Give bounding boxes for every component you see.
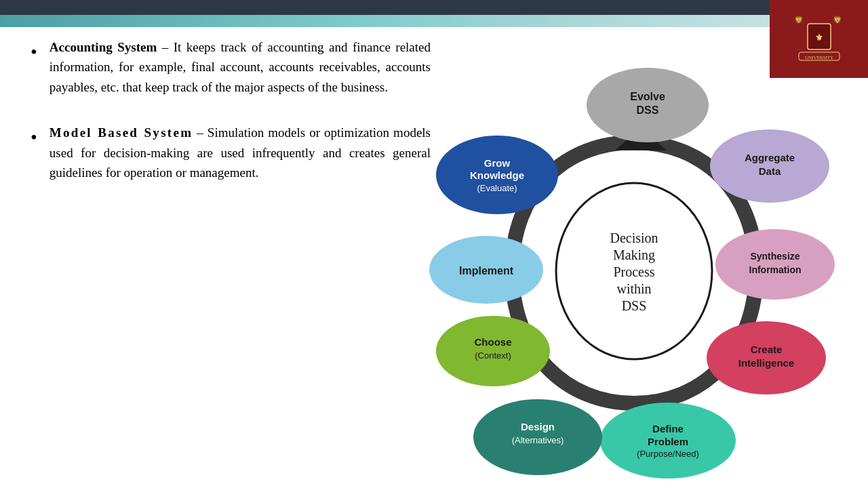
svg-text:DSS: DSS: [622, 298, 647, 313]
svg-text:🦁: 🦁: [833, 15, 842, 24]
svg-text:Implement: Implement: [459, 265, 514, 277]
svg-text:Problem: Problem: [648, 436, 688, 447]
svg-text:(Evaluate): (Evaluate): [477, 183, 517, 193]
svg-text:Information: Information: [749, 264, 802, 275]
svg-text:Intelligence: Intelligence: [738, 357, 795, 369]
svg-text:Grow: Grow: [484, 157, 511, 169]
svg-text:Making: Making: [613, 247, 655, 263]
svg-text:Define: Define: [652, 423, 684, 434]
svg-text:(Purpose/Need): (Purpose/Need): [637, 449, 699, 459]
left-content: • Accounting System – It keeps track of …: [31, 37, 431, 209]
bullet-dot-1: •: [31, 39, 37, 65]
diagram-area: Decision Making Process within DSS Evolv…: [420, 34, 848, 481]
svg-text:UNIVERSITY: UNIVERSITY: [805, 55, 833, 60]
bullet-text-model: Model Based System – Simulation models o…: [50, 123, 431, 182]
logo-area: 🦁 🦁 ⚜ UNIVERSITY: [770, 0, 868, 78]
svg-text:Design: Design: [521, 421, 555, 432]
bullet-item-model: • Model Based System – Simulation models…: [31, 123, 431, 182]
university-logo: 🦁 🦁 ⚜ UNIVERSITY: [789, 9, 850, 70]
bullet-dot-2: •: [31, 124, 37, 150]
svg-text:(Alternatives): (Alternatives): [512, 435, 564, 445]
svg-text:⚜: ⚜: [815, 33, 823, 43]
svg-text:within: within: [616, 281, 651, 296]
svg-text:Aggregate: Aggregate: [745, 152, 795, 163]
svg-text:Data: Data: [759, 165, 781, 177]
dash-1: –: [157, 40, 173, 54]
svg-text:Decision: Decision: [610, 230, 658, 245]
svg-text:🦁: 🦁: [794, 15, 804, 24]
svg-text:DSS: DSS: [637, 104, 659, 116]
top-bar: [0, 0, 868, 15]
teal-bar: [0, 15, 868, 27]
accounting-title: Accounting System: [50, 40, 157, 54]
svg-text:Knowledge: Knowledge: [470, 169, 524, 181]
bullet-item-accounting: • Accounting System – It keeps track of …: [31, 37, 431, 97]
svg-text:Evolve: Evolve: [630, 91, 665, 102]
model-title: Model Based System: [50, 125, 193, 140]
bullet-text-accounting: Accounting System – It keeps track of ac…: [50, 37, 431, 97]
svg-text:Synthesize: Synthesize: [750, 251, 800, 262]
svg-text:(Context): (Context): [475, 350, 511, 361]
svg-text:Choose: Choose: [474, 336, 511, 348]
svg-text:Create: Create: [751, 344, 783, 355]
svg-text:Process: Process: [613, 264, 654, 279]
dash-2: –: [193, 125, 208, 140]
